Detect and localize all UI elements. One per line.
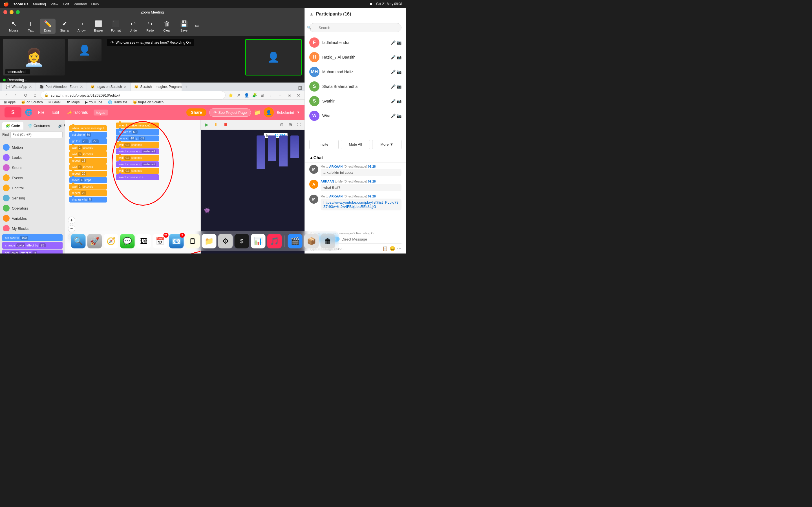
category-my-blocks[interactable]: My Blocks: [0, 223, 65, 231]
category-control[interactable]: Control: [0, 183, 65, 193]
restore-browser-button[interactable]: ⊡: [285, 91, 293, 99]
green-flag-button[interactable]: ▶: [203, 121, 210, 128]
new-tab-button[interactable]: +: [182, 83, 190, 91]
participant-hafiz[interactable]: MH Muhammad Hafiz 🎤 📷: [305, 64, 406, 79]
dock-calendar[interactable]: 📅 21: [153, 234, 167, 248]
block-set-size[interactable]: set size to 100: [2, 234, 63, 241]
participant-haziq[interactable]: H Haziq_7 Al Baasith 🎤 📷: [305, 50, 406, 64]
tab-post-attendee[interactable]: 🎥 Post Attendee - Zoom ✕: [36, 82, 87, 91]
script-block-go-xy-r[interactable]: go to x: -10 y: -53: [116, 135, 159, 142]
dock-zoom[interactable]: 🎬: [288, 234, 303, 248]
script-block-repeat-20[interactable]: repeat 20: [69, 171, 107, 177]
dock-trash[interactable]: 🗑: [320, 234, 335, 248]
app-name[interactable]: zoom.us: [13, 2, 29, 6]
username-display[interactable]: Bebekmini: [276, 110, 294, 115]
fullscreen-button[interactable]: ⛶: [295, 121, 302, 128]
script-block-switch-costumee[interactable]: switch costume to e: [116, 174, 159, 180]
mute-all-button[interactable]: Mute All: [341, 140, 370, 149]
menu-meeting[interactable]: Meeting: [33, 2, 46, 6]
bookmark-maps[interactable]: 🗺 Maps: [65, 100, 81, 105]
more-options-icon[interactable]: ⋯: [397, 246, 402, 251]
category-sound[interactable]: Sound: [0, 163, 65, 173]
tab-whatsapp[interactable]: 💬 WhatsApp ✕: [2, 82, 36, 91]
edit-menu[interactable]: Edit: [50, 109, 61, 116]
tab-sounds[interactable]: 🔊 Sounds: [55, 122, 65, 129]
eraser-tool[interactable]: ⬜ Eraser: [91, 18, 106, 34]
copy-icon[interactable]: 📋: [382, 246, 388, 251]
undo-tool[interactable]: ↩ Undo: [125, 18, 141, 34]
apple-menu[interactable]: 🍎: [3, 1, 9, 7]
bookmark-gmail[interactable]: ✉ Gmail: [47, 100, 63, 105]
tab-tugas-scratch[interactable]: 🐱 tugas on Scratch ✕: [87, 82, 130, 91]
user-dropdown-icon[interactable]: ▼: [297, 110, 300, 114]
participant-shafa[interactable]: S Shafa Brahmaredha 🎤 📷: [305, 79, 406, 94]
menu-window[interactable]: Window: [73, 2, 87, 6]
minimize-browser-button[interactable]: −: [276, 91, 284, 99]
format-tool[interactable]: ⬛ Format: [107, 18, 124, 34]
share-button[interactable]: Share: [186, 108, 206, 116]
dock-mail[interactable]: 📧 3: [169, 234, 184, 248]
dock-messages[interactable]: 💬: [120, 234, 135, 248]
script-block-wait-01b[interactable]: wait 0.1 seconds: [116, 168, 159, 174]
category-variables[interactable]: Variables: [0, 213, 65, 223]
participant-fadhil[interactable]: F fadhilmahendra 🎤 📷: [305, 35, 406, 50]
new-window-icon[interactable]: ⊞: [298, 85, 302, 91]
text-tool[interactable]: T Text: [23, 18, 39, 34]
home-button[interactable]: ⌂: [31, 91, 39, 99]
see-project-page-button[interactable]: 👁 See Project Page: [209, 108, 251, 117]
tab-code[interactable]: 🧩 Code: [2, 122, 23, 129]
dock-activity-monitor[interactable]: 📊: [251, 234, 266, 248]
emoji-icon[interactable]: 😊: [390, 246, 395, 251]
file-menu[interactable]: File: [36, 109, 47, 116]
minimize-button[interactable]: [10, 10, 13, 14]
draw-tool[interactable]: ✏️ Draw: [40, 18, 56, 34]
big-view-button[interactable]: ⊞: [287, 121, 294, 128]
script-block-switch-costume1[interactable]: switch costume to costume1: [116, 149, 159, 154]
msg3-link[interactable]: https://www.youtube.com/playlist?list=PL…: [320, 199, 402, 210]
menu-edit[interactable]: Edit: [63, 2, 69, 6]
menu-view[interactable]: View: [50, 2, 58, 6]
collapse-participants-icon[interactable]: ▲: [309, 11, 314, 17]
participants-search-input[interactable]: [309, 23, 402, 32]
tugas-scratch-tab-close[interactable]: ✕: [123, 84, 127, 89]
dock-launchpad[interactable]: 🚀: [87, 234, 102, 248]
apps-icon[interactable]: ⊞: [259, 92, 266, 99]
more-button[interactable]: More ▼: [372, 140, 402, 149]
more-icon[interactable]: ⋮: [267, 92, 273, 99]
dock-photos[interactable]: 🖼: [137, 234, 151, 248]
script-block-event[interactable]: when I receive message1: [69, 125, 107, 131]
close-browser-button[interactable]: ✕: [294, 91, 302, 99]
block-set-color[interactable]: set color effect to 0: [2, 249, 63, 253]
dock-files[interactable]: 📁: [202, 234, 216, 248]
zoom-in-button[interactable]: +: [68, 217, 75, 224]
category-sensing[interactable]: Sensing: [0, 193, 65, 203]
arrow-tool[interactable]: → Arrow: [73, 18, 89, 34]
share-icon[interactable]: ↗: [235, 92, 242, 99]
scratch-logo[interactable]: S: [4, 107, 21, 117]
bookmark-on-scratch[interactable]: 🐱 on Scratch: [19, 100, 44, 105]
dock-notes[interactable]: 🗒: [186, 234, 200, 248]
participant-syathir[interactable]: S Syathir 🎤 📷: [305, 94, 406, 108]
script-block-wait-3[interactable]: wait 3 seconds: [69, 151, 107, 157]
category-events[interactable]: Events: [0, 173, 65, 183]
clear-tool[interactable]: 🗑 Clear: [159, 18, 175, 34]
script-block-wait-1[interactable]: wait 1 seconds: [69, 164, 107, 170]
star-icon[interactable]: ⭐: [227, 92, 234, 99]
dock-system-prefs[interactable]: ⚙: [218, 234, 233, 248]
bookmark-apps[interactable]: ⊞ Apps: [2, 100, 17, 105]
script-block-go-to[interactable]: go to x: -10 y: -53: [69, 138, 107, 144]
script-block-wait-2r[interactable]: wait 0.1 seconds: [116, 142, 159, 148]
collapse-chat-icon[interactable]: ▲: [309, 155, 313, 160]
extension-icon[interactable]: 🧩: [251, 92, 258, 99]
stop-button[interactable]: ⏹: [222, 121, 230, 128]
edit-pencil-icon[interactable]: ✏: [195, 23, 199, 29]
bookmark-tugas-scratch[interactable]: 🐱 tugas on Scratch: [131, 100, 165, 105]
tutorials-menu[interactable]: ✨ Tutorials: [65, 109, 90, 116]
tab-costumes[interactable]: 👕 Costumes: [24, 122, 54, 129]
script-block-change-y[interactable]: change y by 5: [69, 196, 107, 203]
script-block-set-size-50[interactable]: set size to 50: [116, 129, 159, 135]
language-icon[interactable]: 🌐: [25, 109, 33, 116]
folder-icon[interactable]: 📁: [254, 109, 261, 116]
maximize-button[interactable]: [16, 10, 20, 14]
forward-button[interactable]: ›: [12, 91, 20, 99]
